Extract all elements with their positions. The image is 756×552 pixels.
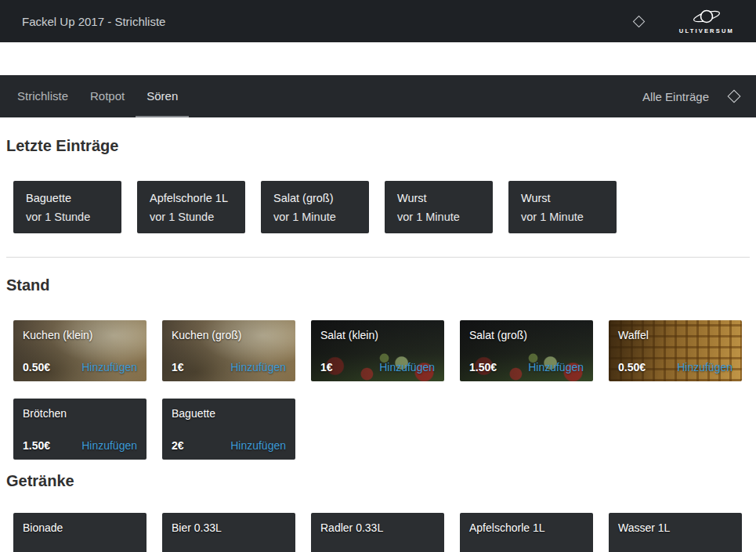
product-price: 1.50€ xyxy=(469,361,497,373)
entry-name: Wurst xyxy=(521,189,604,207)
app-title: Fackel Up 2017 - Strichliste xyxy=(22,15,165,28)
entry-time: vor 1 Minute xyxy=(273,207,356,226)
product-price: 1€ xyxy=(320,361,333,373)
entry-time: vor 1 Stunde xyxy=(26,207,109,226)
stand-heading: Stand xyxy=(6,276,750,294)
recent-entry: Baguette vor 1 Stunde xyxy=(13,181,121,233)
recent-entry: Wurst vor 1 Minute xyxy=(508,181,617,233)
drinks-row: Bionade Bier 0.33L Radler 0.33L Apfelsch… xyxy=(13,513,750,552)
tab-bar: Strichliste Rotpot Sören Alle Einträge xyxy=(0,75,756,117)
product-card: Salat (klein) 1€ Hinzufügen xyxy=(311,320,444,381)
product-card: Bionade xyxy=(13,513,146,552)
recent-entry: Apfelschorle 1L vor 1 Stunde xyxy=(137,181,245,233)
product-card: Radler 0.33L xyxy=(311,513,444,552)
entry-name: Salat (groß) xyxy=(273,189,356,207)
recent-entry: Wurst vor 1 Minute xyxy=(385,181,493,233)
add-button[interactable]: Hinzufügen xyxy=(81,361,137,373)
product-price: 2€ xyxy=(172,439,184,452)
product-name: Bier 0.33L xyxy=(172,521,286,534)
spacer xyxy=(0,42,756,75)
product-card: Baguette 2€ Hinzufügen xyxy=(162,399,295,460)
product-card: Wasser 1L xyxy=(609,513,742,552)
drinks-heading: Getränke xyxy=(6,472,750,490)
section-divider xyxy=(6,257,750,258)
entry-name: Baguette xyxy=(26,189,109,207)
product-name: Salat (groß) xyxy=(469,329,584,341)
product-price: 1.50€ xyxy=(23,439,50,452)
recent-heading: Letzte Einträge xyxy=(6,137,750,155)
add-button[interactable]: Hinzufügen xyxy=(677,361,732,373)
brand-logo: ULTIVERSUM xyxy=(679,8,734,34)
product-card: Waffel 0.50€ Hinzufügen xyxy=(609,320,742,381)
stand-grid: Kuchen (klein) 0.50€ Hinzufügen Kuchen (… xyxy=(13,320,750,460)
add-button[interactable]: Hinzufügen xyxy=(230,361,286,373)
add-button[interactable]: Hinzufügen xyxy=(528,361,584,373)
product-card: Apfelschorle 1L xyxy=(460,513,593,552)
product-name: Wasser 1L xyxy=(618,521,732,534)
product-price: 0.50€ xyxy=(23,361,50,373)
header-right-group: ULTIVERSUM xyxy=(635,8,734,34)
entry-name: Wurst xyxy=(397,189,480,207)
product-name: Bionade xyxy=(23,521,137,534)
product-price: 0.50€ xyxy=(618,361,646,373)
product-card: Salat (groß) 1.50€ Hinzufügen xyxy=(460,320,593,381)
product-name: Radler 0.33L xyxy=(320,521,435,534)
recent-entries-row: Baguette vor 1 Stunde Apfelschorle 1L vo… xyxy=(13,181,750,233)
entry-time: vor 1 Stunde xyxy=(150,207,233,226)
tab-soeren[interactable]: Sören xyxy=(136,75,189,117)
app-header: Fackel Up 2017 - Strichliste ULTIVERSUM xyxy=(0,0,756,42)
all-entries-link[interactable]: Alle Einträge xyxy=(642,90,709,103)
planet-icon xyxy=(685,8,729,27)
product-name: Apfelschorle 1L xyxy=(469,521,584,534)
product-price: 1€ xyxy=(172,361,184,373)
tab-rotpot[interactable]: Rotpot xyxy=(79,75,136,117)
entry-name: Apfelschorle 1L xyxy=(150,189,233,207)
product-card: Kuchen (klein) 0.50€ Hinzufügen xyxy=(13,320,146,381)
product-name: Brötchen xyxy=(23,407,137,420)
brand-name: ULTIVERSUM xyxy=(679,27,734,34)
product-card: Brötchen 1.50€ Hinzufügen xyxy=(13,399,146,460)
product-name: Waffel xyxy=(618,329,732,341)
product-card: Bier 0.33L xyxy=(162,513,295,552)
diamond-icon[interactable] xyxy=(728,90,741,103)
entry-time: vor 1 Minute xyxy=(397,207,480,226)
recent-entry: Salat (groß) vor 1 Minute xyxy=(261,181,369,233)
product-name: Salat (klein) xyxy=(320,329,435,341)
add-button[interactable]: Hinzufügen xyxy=(81,439,137,452)
product-name: Baguette xyxy=(172,407,286,420)
product-name: Kuchen (groß) xyxy=(172,329,286,341)
nav-right-group: Alle Einträge xyxy=(642,75,750,117)
add-button[interactable]: Hinzufügen xyxy=(230,439,286,452)
main-content: Letzte Einträge Baguette vor 1 Stunde Ap… xyxy=(0,117,756,552)
diamond-icon[interactable] xyxy=(633,15,646,27)
add-button[interactable]: Hinzufügen xyxy=(379,361,435,373)
tab-strichliste[interactable]: Strichliste xyxy=(6,75,79,117)
product-name: Kuchen (klein) xyxy=(23,329,137,341)
product-card: Kuchen (groß) 1€ Hinzufügen xyxy=(162,320,295,381)
entry-time: vor 1 Minute xyxy=(521,207,604,226)
